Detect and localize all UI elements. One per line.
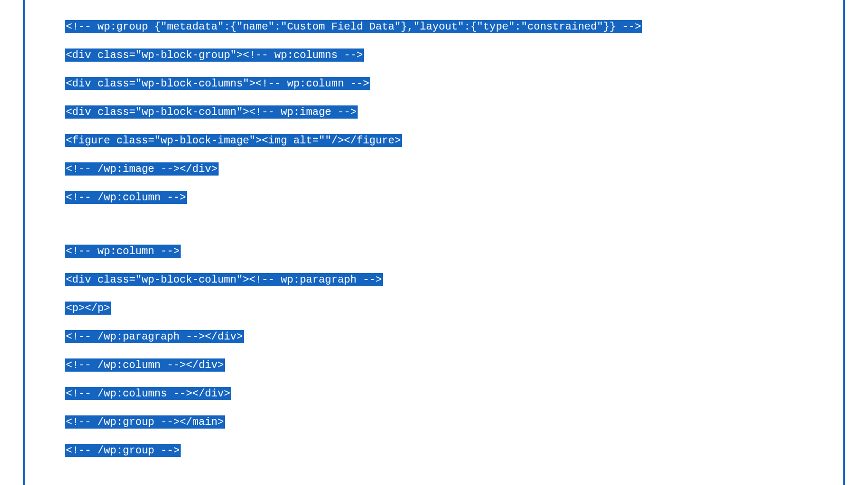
code-line: <div class="wp-block-column"><!-- wp:par… [65, 272, 803, 288]
code-line: <figure class="wp-block-image"><img alt=… [65, 133, 803, 149]
code-text[interactable]: <!-- wp:group {"metadata":{"name":"Custo… [65, 20, 642, 33]
code-text[interactable]: <!-- /wp:group --></main> [65, 415, 225, 429]
blank-line [65, 218, 803, 244]
code-text[interactable]: <div class="wp-block-group"><!-- wp:colu… [65, 48, 364, 62]
code-text[interactable]: <!-- /wp:columns --></div> [65, 387, 231, 400]
code-text[interactable]: <p></p> [65, 302, 111, 315]
code-text[interactable]: <figure class="wp-block-image"><img alt=… [65, 134, 402, 147]
code-line: <p></p> [65, 300, 803, 316]
code-block-container: <!-- wp:group {"metadata":{"name":"Custo… [23, 0, 845, 485]
code-text[interactable]: <!-- /wp:image --></div> [65, 162, 219, 176]
code-text[interactable]: <!-- /wp:group --> [65, 444, 181, 457]
code-line: <div class="wp-block-columns"><!-- wp:co… [65, 76, 803, 92]
code-text[interactable]: <div class="wp-block-column"><!-- wp:par… [65, 273, 383, 286]
code-line: <!-- /wp:column --> [65, 190, 803, 206]
code-line: <!-- wp:column --> [65, 244, 803, 259]
code-line: <!-- /wp:paragraph --></div> [65, 329, 803, 345]
code-line: <!-- /wp:columns --></div> [65, 386, 803, 402]
code-text[interactable]: <div class="wp-block-columns"><!-- wp:co… [65, 77, 370, 90]
code-text[interactable]: <!-- /wp:column --></div> [65, 358, 225, 372]
code-text[interactable]: <!-- /wp:paragraph --></div> [65, 330, 244, 343]
code-text[interactable]: <div class="wp-block-column"><!-- wp:ima… [65, 105, 358, 119]
code-line: <!-- /wp:group --> [65, 443, 803, 459]
code-text[interactable]: <!-- /wp:column --> [65, 191, 187, 204]
code-line: <!-- /wp:image --></div> [65, 161, 803, 177]
code-line: <!-- /wp:column --></div> [65, 357, 803, 373]
code-line: <div class="wp-block-group"><!-- wp:colu… [65, 47, 803, 63]
code-line: <div class="wp-block-column"><!-- wp:ima… [65, 104, 803, 120]
code-text[interactable]: <!-- wp:column --> [65, 245, 181, 258]
code-line: <!-- /wp:group --></main> [65, 414, 803, 430]
code-line: <!-- wp:group {"metadata":{"name":"Custo… [65, 19, 803, 35]
